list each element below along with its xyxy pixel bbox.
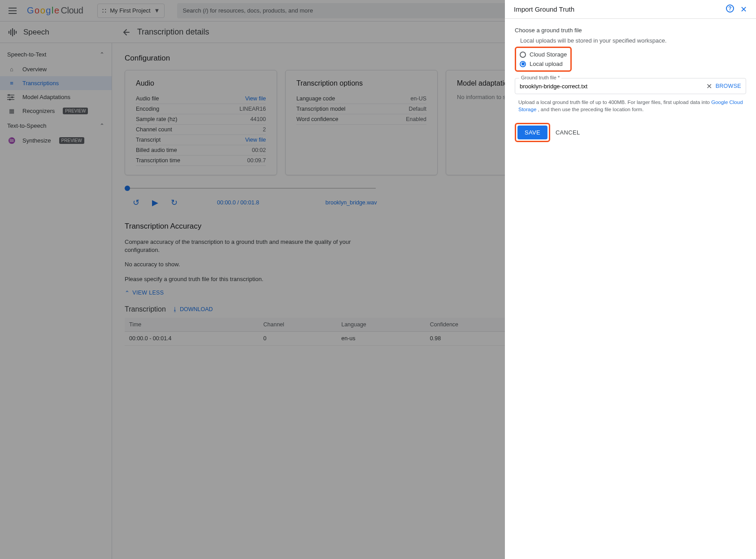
ground-truth-file-input[interactable] bbox=[520, 83, 703, 90]
radio-cloud-storage[interactable]: Cloud Storage bbox=[520, 50, 567, 59]
radio-local-upload[interactable]: Local upload bbox=[520, 59, 567, 69]
close-icon[interactable]: ✕ bbox=[740, 4, 747, 14]
ground-truth-file-field: ✕ BROWSE bbox=[515, 78, 746, 94]
panel-subtitle: Choose a ground truth file bbox=[515, 27, 746, 34]
upload-type-radio-group: Cloud Storage Local upload bbox=[515, 47, 572, 72]
help-icon[interactable]: ? bbox=[726, 4, 734, 13]
save-highlight: SAVE bbox=[515, 123, 550, 142]
field-label: Ground truth file * bbox=[519, 75, 561, 80]
import-ground-truth-panel: Import Ground Truth ? ✕ Choose a ground … bbox=[505, 0, 756, 559]
browse-button[interactable]: BROWSE bbox=[716, 83, 741, 89]
cancel-button[interactable]: CANCEL bbox=[556, 129, 580, 136]
clear-icon[interactable]: ✕ bbox=[706, 82, 712, 91]
panel-note: Local uploads will be stored in your spe… bbox=[520, 37, 746, 44]
radio-icon bbox=[520, 52, 526, 58]
save-button[interactable]: SAVE bbox=[517, 126, 547, 139]
radio-icon bbox=[520, 61, 526, 67]
helper-text: Upload a local ground truth file of up t… bbox=[515, 97, 746, 113]
panel-title: Import Ground Truth bbox=[514, 5, 574, 13]
